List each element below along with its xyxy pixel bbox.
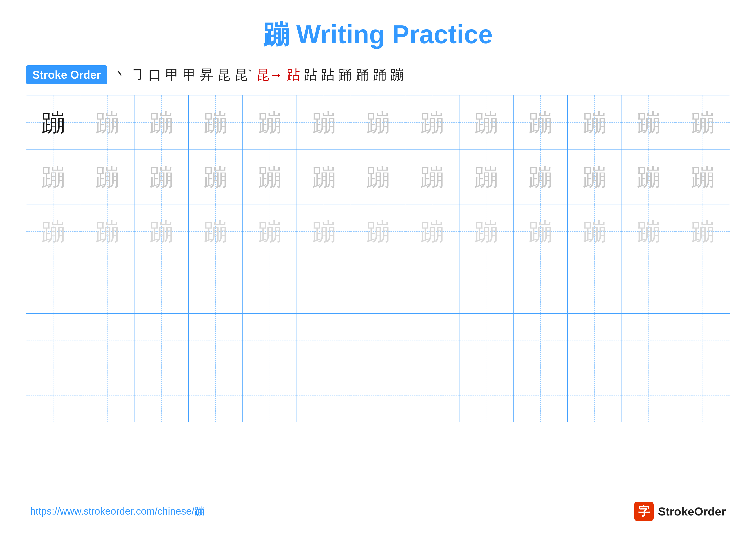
- grid-cell-6-11[interactable]: [568, 368, 622, 422]
- stroke-step-5: 甲: [183, 68, 196, 81]
- grid-cell-6-3[interactable]: [134, 368, 189, 422]
- stroke-order-row: Stroke Order 丶 ㇆ 口 甲 甲 昇 昆 昆` 昆→ 跕 跕 跕 踊…: [26, 65, 730, 84]
- grid-row-5: [26, 314, 730, 368]
- grid-cell-3-8: 蹦: [405, 204, 459, 259]
- grid-cell-6-8[interactable]: [405, 368, 459, 422]
- grid-cell-1-6: 蹦: [297, 95, 351, 149]
- stroke-step-13: 踊: [338, 68, 352, 81]
- grid-cell-4-7[interactable]: [351, 259, 405, 313]
- stroke-steps: 丶 ㇆ 口 甲 甲 昇 昆 昆` 昆→ 跕 跕 跕 踊 踊 踊 蹦: [114, 68, 404, 81]
- grid-cell-4-11[interactable]: [568, 259, 622, 313]
- grid-cell-1-12: 蹦: [622, 95, 676, 149]
- grid-cell-4-12[interactable]: [622, 259, 676, 313]
- grid-cell-4-9[interactable]: [459, 259, 514, 313]
- grid-cell-5-6[interactable]: [297, 314, 351, 368]
- grid-row-1: 蹦 蹦 蹦 蹦 蹦 蹦 蹦 蹦 蹦 蹦 蹦 蹦 蹦: [26, 95, 730, 150]
- grid-cell-4-13[interactable]: [676, 259, 730, 313]
- grid-cell-4-10[interactable]: [514, 259, 568, 313]
- grid-row-4: [26, 259, 730, 314]
- grid-cell-3-9: 蹦: [459, 204, 514, 259]
- grid-cell-3-1: 蹦: [26, 204, 80, 259]
- grid-cell-1-7: 蹦: [351, 95, 405, 149]
- grid-cell-3-10: 蹦: [514, 204, 568, 259]
- grid-cell-6-10[interactable]: [514, 368, 568, 422]
- grid-cell-5-12[interactable]: [622, 314, 676, 368]
- grid-row-3: 蹦 蹦 蹦 蹦 蹦 蹦 蹦 蹦 蹦 蹦 蹦 蹦 蹦: [26, 204, 730, 259]
- grid-cell-3-2: 蹦: [80, 204, 134, 259]
- grid-cell-2-1: 蹦: [26, 150, 80, 204]
- grid-cell-2-8: 蹦: [405, 150, 459, 204]
- grid-cell-2-10: 蹦: [514, 150, 568, 204]
- grid-cell-5-9[interactable]: [459, 314, 514, 368]
- grid-cell-6-12[interactable]: [622, 368, 676, 422]
- grid-cell-1-8: 蹦: [405, 95, 459, 149]
- grid-cell-3-6: 蹦: [297, 204, 351, 259]
- grid-cell-5-5[interactable]: [243, 314, 297, 368]
- footer: https://www.strokeorder.com/chinese/蹦 字 …: [26, 502, 730, 521]
- grid-cell-5-11[interactable]: [568, 314, 622, 368]
- logo-char: 字: [638, 504, 650, 519]
- stroke-step-8: 昆`: [234, 68, 252, 81]
- stroke-step-16: 蹦: [390, 68, 404, 81]
- stroke-order-badge: Stroke Order: [26, 65, 107, 84]
- practice-grid: 蹦 蹦 蹦 蹦 蹦 蹦 蹦 蹦 蹦 蹦 蹦 蹦 蹦 蹦 蹦 蹦 蹦 蹦 蹦 蹦 …: [26, 95, 730, 493]
- grid-row-2: 蹦 蹦 蹦 蹦 蹦 蹦 蹦 蹦 蹦 蹦 蹦 蹦 蹦: [26, 150, 730, 204]
- stroke-step-14: 踊: [356, 68, 369, 81]
- grid-cell-4-3[interactable]: [134, 259, 189, 313]
- stroke-step-4: 甲: [166, 68, 179, 81]
- grid-cell-6-4[interactable]: [189, 368, 243, 422]
- grid-cell-4-1[interactable]: [26, 259, 80, 313]
- grid-cell-4-5[interactable]: [243, 259, 297, 313]
- grid-cell-3-4: 蹦: [189, 204, 243, 259]
- grid-cell-5-7[interactable]: [351, 314, 405, 368]
- grid-cell-5-4[interactable]: [189, 314, 243, 368]
- grid-cell-4-4[interactable]: [189, 259, 243, 313]
- grid-cell-1-13: 蹦: [676, 95, 730, 149]
- grid-cell-6-1[interactable]: [26, 368, 80, 422]
- grid-cell-3-12: 蹦: [622, 204, 676, 259]
- stroke-step-10: 跕: [287, 68, 300, 81]
- stroke-step-15: 踊: [373, 68, 387, 81]
- footer-logo: 字 StrokeOrder: [634, 502, 726, 521]
- grid-cell-1-2: 蹦: [80, 95, 134, 149]
- page-title: 蹦 Writing Practice: [263, 17, 493, 52]
- grid-cell-1-1: 蹦: [26, 95, 80, 149]
- grid-cell-1-11: 蹦: [568, 95, 622, 149]
- grid-cell-5-2[interactable]: [80, 314, 134, 368]
- grid-cell-1-4: 蹦: [189, 95, 243, 149]
- grid-cell-5-1[interactable]: [26, 314, 80, 368]
- grid-cell-4-8[interactable]: [405, 259, 459, 313]
- grid-cell-5-13[interactable]: [676, 314, 730, 368]
- grid-cell-2-6: 蹦: [297, 150, 351, 204]
- grid-cell-4-6[interactable]: [297, 259, 351, 313]
- grid-cell-6-5[interactable]: [243, 368, 297, 422]
- grid-cell-6-2[interactable]: [80, 368, 134, 422]
- grid-cell-2-7: 蹦: [351, 150, 405, 204]
- stroke-step-6: 昇: [200, 68, 213, 81]
- grid-cell-6-7[interactable]: [351, 368, 405, 422]
- grid-cell-2-11: 蹦: [568, 150, 622, 204]
- grid-cell-6-6[interactable]: [297, 368, 351, 422]
- stroke-step-3: 口: [148, 68, 162, 81]
- grid-cell-3-5: 蹦: [243, 204, 297, 259]
- grid-cell-1-5: 蹦: [243, 95, 297, 149]
- grid-cell-6-13[interactable]: [676, 368, 730, 422]
- stroke-step-2: ㇆: [131, 68, 145, 81]
- stroke-step-1: 丶: [114, 68, 127, 81]
- grid-cell-2-12: 蹦: [622, 150, 676, 204]
- stroke-step-7: 昆: [217, 68, 230, 81]
- grid-cell-5-8[interactable]: [405, 314, 459, 368]
- strokeorder-logo-icon: 字: [634, 502, 654, 521]
- grid-cell-2-3: 蹦: [134, 150, 189, 204]
- grid-cell-4-2[interactable]: [80, 259, 134, 313]
- grid-cell-3-7: 蹦: [351, 204, 405, 259]
- grid-cell-5-3[interactable]: [134, 314, 189, 368]
- footer-logo-text: StrokeOrder: [658, 505, 726, 518]
- grid-cell-1-10: 蹦: [514, 95, 568, 149]
- grid-cell-2-13: 蹦: [676, 150, 730, 204]
- grid-cell-6-9[interactable]: [459, 368, 514, 422]
- stroke-step-11: 跕: [304, 68, 317, 81]
- grid-cell-5-10[interactable]: [514, 314, 568, 368]
- grid-cell-3-3: 蹦: [134, 204, 189, 259]
- grid-cell-3-11: 蹦: [568, 204, 622, 259]
